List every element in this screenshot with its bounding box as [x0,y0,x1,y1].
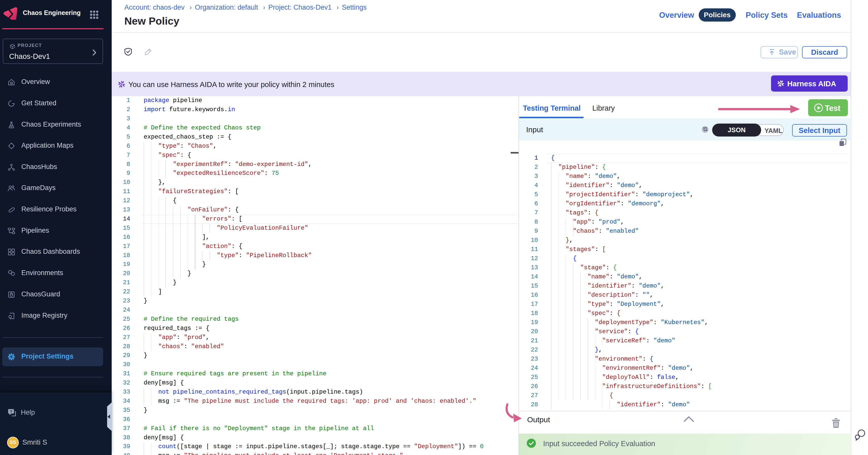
svg-text:?: ? [10,409,12,414]
